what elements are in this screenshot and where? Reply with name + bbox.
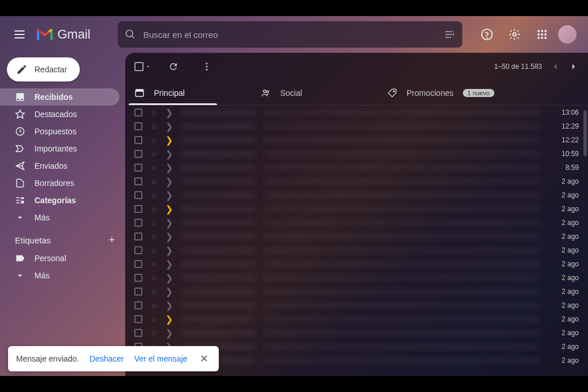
important-icon[interactable]: ❯ (165, 204, 173, 215)
star-icon[interactable]: ☆ (150, 177, 157, 186)
email-row[interactable]: ☆❯2 ago (125, 257, 588, 271)
star-icon[interactable]: ☆ (150, 315, 157, 324)
row-checkbox[interactable] (134, 164, 142, 172)
important-icon[interactable]: ❯ (165, 176, 173, 187)
important-icon[interactable]: ❯ (165, 245, 173, 256)
email-row[interactable]: ☆❯2 ago (125, 188, 588, 202)
prev-page-button[interactable] (550, 61, 560, 72)
row-checkbox[interactable] (134, 274, 142, 282)
more-actions-button[interactable] (195, 55, 218, 78)
add-label-button[interactable]: + (109, 234, 115, 246)
view-message-button[interactable]: Ver el mensaje (134, 354, 188, 363)
star-icon[interactable]: ☆ (150, 108, 157, 117)
row-checkbox[interactable] (134, 191, 142, 199)
email-row[interactable]: ☆❯10:59 (125, 147, 588, 161)
star-icon[interactable]: ☆ (150, 122, 157, 131)
tab-principal[interactable]: Principal (125, 80, 252, 105)
main-menu-button[interactable] (7, 22, 32, 47)
search-bar[interactable] (118, 21, 462, 48)
nav-item-inbox[interactable]: Recibidos (0, 88, 119, 106)
row-checkbox[interactable] (134, 136, 142, 144)
star-icon[interactable]: ☆ (150, 288, 157, 296)
help-button[interactable] (475, 23, 498, 46)
row-checkbox[interactable] (134, 108, 142, 117)
row-checkbox[interactable] (134, 329, 142, 337)
email-row[interactable]: ☆❯2 ago (125, 326, 588, 340)
row-checkbox[interactable] (134, 288, 142, 296)
star-icon[interactable]: ☆ (150, 301, 157, 310)
email-row[interactable]: ☆❯2 ago (125, 243, 588, 257)
row-checkbox[interactable] (134, 219, 142, 227)
row-checkbox[interactable] (134, 301, 142, 309)
row-checkbox[interactable] (134, 177, 142, 185)
email-row[interactable]: ☆❯2 ago (125, 216, 588, 230)
search-input[interactable] (143, 30, 437, 40)
important-icon[interactable]: ❯ (165, 107, 173, 118)
email-row[interactable]: ☆❯13:06 (125, 106, 588, 119)
compose-button[interactable]: Redactar (7, 57, 80, 81)
email-row[interactable]: ☆❯12:22 (125, 133, 588, 147)
email-row[interactable]: ☆❯2 ago (125, 271, 588, 285)
email-row[interactable]: ☆❯2 ago (125, 230, 588, 243)
undo-button[interactable]: Deshacer (90, 354, 124, 363)
nav-item-more[interactable]: Más (0, 209, 119, 226)
nav-item-clock[interactable]: Pospuestos (0, 123, 119, 140)
star-icon[interactable]: ☆ (150, 246, 157, 255)
email-row[interactable]: ☆❯12:29 (125, 119, 588, 133)
important-icon[interactable]: ❯ (165, 300, 173, 311)
row-checkbox[interactable] (134, 315, 142, 323)
row-checkbox[interactable] (134, 205, 142, 213)
search-options-icon[interactable] (444, 29, 455, 40)
scrollbar-thumb[interactable] (583, 110, 587, 156)
star-icon[interactable]: ☆ (150, 205, 157, 214)
email-row[interactable]: ☆❯2 ago (125, 285, 588, 298)
select-all-dropdown[interactable] (134, 62, 152, 71)
important-icon[interactable]: ❯ (165, 162, 173, 173)
row-checkbox[interactable] (134, 246, 142, 254)
star-icon[interactable]: ☆ (150, 274, 157, 282)
email-row[interactable]: ☆❯8:59 (125, 161, 588, 174)
nav-item-send[interactable]: Enviados (0, 157, 119, 174)
star-icon[interactable]: ☆ (150, 219, 157, 227)
important-icon[interactable]: ❯ (165, 259, 173, 270)
settings-button[interactable] (503, 23, 526, 46)
important-icon[interactable]: ❯ (165, 190, 173, 201)
nav-item-star[interactable]: Destacados (0, 106, 119, 123)
account-avatar[interactable] (558, 25, 577, 44)
row-checkbox[interactable] (134, 150, 142, 158)
star-icon[interactable]: ☆ (150, 191, 157, 200)
tab-promociones[interactable]: Promociones1 nuevo (378, 80, 504, 105)
nav-item-categories[interactable]: Categorías (0, 192, 119, 209)
star-icon[interactable]: ☆ (150, 150, 157, 158)
select-all-checkbox[interactable] (134, 62, 144, 71)
email-row[interactable]: ☆❯2 ago (125, 202, 588, 216)
email-row[interactable]: ☆❯2 ago (125, 174, 588, 188)
important-icon[interactable]: ❯ (165, 121, 173, 132)
important-icon[interactable]: ❯ (165, 328, 173, 339)
label-item[interactable]: Más (0, 267, 119, 284)
row-checkbox[interactable] (134, 122, 142, 130)
star-icon[interactable]: ☆ (150, 260, 157, 269)
next-page-button[interactable] (568, 61, 579, 72)
apps-button[interactable] (531, 23, 554, 46)
email-row[interactable]: ☆❯2 ago (125, 312, 588, 326)
gmail-logo[interactable]: Gmail (37, 27, 90, 42)
row-checkbox[interactable] (134, 232, 142, 240)
email-row[interactable]: ☆❯2 ago (125, 298, 588, 312)
nav-item-draft[interactable]: Borradores (0, 174, 119, 192)
important-icon[interactable]: ❯ (165, 218, 173, 228)
important-icon[interactable]: ❯ (165, 286, 173, 297)
row-checkbox[interactable] (134, 260, 142, 268)
important-icon[interactable]: ❯ (165, 314, 173, 325)
refresh-button[interactable] (162, 55, 185, 78)
star-icon[interactable]: ☆ (150, 164, 157, 172)
star-icon[interactable]: ☆ (150, 136, 157, 145)
star-icon[interactable]: ☆ (150, 232, 157, 241)
important-icon[interactable]: ❯ (165, 149, 173, 160)
important-icon[interactable]: ❯ (165, 273, 173, 284)
close-toast-button[interactable]: ✕ (198, 352, 211, 365)
nav-item-important[interactable]: Importantes (0, 140, 119, 157)
important-icon[interactable]: ❯ (165, 135, 173, 146)
tab-social[interactable]: Social (252, 80, 378, 105)
important-icon[interactable]: ❯ (165, 231, 173, 242)
